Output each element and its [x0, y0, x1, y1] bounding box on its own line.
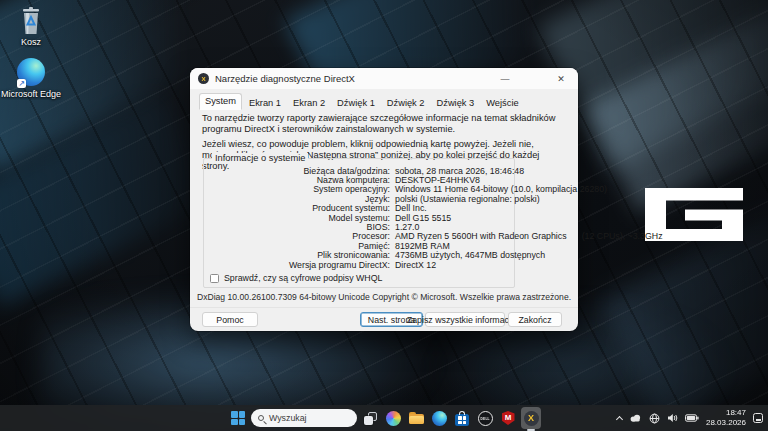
dell-button[interactable]: DELL [475, 407, 495, 429]
windows-logo-icon [231, 411, 245, 425]
system-info-rows: Bieżąca data/godzina:sobota, 28 marca 20… [204, 166, 514, 269]
search-input[interactable]: Wyszukaj [251, 409, 357, 427]
shortcut-arrow-icon: ↗ [17, 79, 26, 88]
edge-icon: ↗ [16, 58, 46, 88]
copilot-icon [386, 411, 401, 426]
microsoft-store-icon [455, 414, 469, 426]
info-row: Wersja programu DirectX:DirectX 12 [204, 260, 514, 269]
start-button[interactable] [228, 407, 248, 429]
tab-strip: System Ekran 1 Ekran 2 Dźwięk 1 Dźwięk 2… [199, 93, 524, 110]
taskbar-center: Wyszukaj DELL [228, 405, 541, 431]
intro-text-1: To narzędzie tworzy raporty zawierające … [202, 113, 568, 135]
tab-dzwiek-1[interactable]: Dźwięk 1 [332, 96, 380, 110]
info-row: Producent systemu:Dell Inc. [204, 204, 514, 213]
desktop-icon-edge[interactable]: ↗ Microsoft Edge [0, 58, 62, 100]
save-all-information-button[interactable]: Zapisz wszystkie informacje... [425, 312, 505, 327]
directx-app-icon: X [198, 73, 209, 84]
folder-icon [409, 412, 424, 424]
directx-app-icon: X [524, 411, 539, 426]
tab-system[interactable]: System [199, 93, 242, 110]
desktop-icon-label: Microsoft Edge [0, 90, 62, 100]
volume-icon[interactable] [667, 413, 678, 423]
checkbox-box[interactable] [210, 274, 219, 283]
clock[interactable]: 18:47 28.03.2026 [706, 408, 746, 427]
groupbox-title: Informacje o systemie [212, 153, 308, 163]
tab-dzwiek-3[interactable]: Dźwięk 3 [432, 96, 480, 110]
notification-center-icon[interactable] [753, 413, 763, 423]
dxdiag-taskbar-button[interactable]: X [521, 407, 541, 429]
dxdiag-version-line: DxDiag 10.00.26100.7309 64-bitowy Unicod… [190, 292, 578, 302]
desktop-icon-recycle-bin[interactable]: Kosz [0, 6, 62, 48]
desktop: Kosz ↗ Microsoft Edge X Narzędzie diagno… [0, 0, 768, 431]
task-view-button[interactable] [360, 407, 380, 429]
tray-time: 18:47 [706, 408, 746, 418]
tray-date: 28.03.2026 [706, 418, 746, 428]
search-icon [258, 415, 264, 421]
info-row: Nazwa komputera:DESKTOP-E4HHKV8 [204, 175, 514, 184]
tab-ekran-2[interactable]: Ekran 2 [288, 96, 330, 110]
checkbox-label: Sprawdź, czy są cyfrowe podpisy WHQL [224, 273, 382, 283]
onedrive-cloud-icon[interactable] [629, 413, 642, 423]
info-row: Pamięć:8192MB RAM [204, 241, 514, 250]
dialog-footer: Pomoc Nast. strona Zapisz wszystkie info… [190, 307, 578, 331]
battery-icon[interactable] [685, 414, 699, 422]
mcafee-shield-icon: M [502, 411, 515, 425]
system-info-groupbox: Informacje o systemie Bieżąca data/godzi… [203, 158, 515, 288]
dxdiag-window: X Narzędzie diagnostyczne DirectX — ✕ Sy… [190, 68, 578, 331]
window-title: Narzędzie diagnostyczne DirectX [215, 73, 490, 84]
task-view-icon [364, 412, 377, 425]
dell-icon: DELL [478, 411, 493, 426]
recycle-bin-icon [16, 6, 46, 36]
taskbar: Wyszukaj DELL [0, 405, 768, 431]
tray-chevron-up-icon[interactable] [616, 416, 623, 423]
network-globe-icon[interactable] [649, 413, 660, 424]
help-button[interactable]: Pomoc [202, 312, 258, 327]
info-row: Bieżąca data/godzina:sobota, 28 marca 20… [204, 166, 514, 175]
tab-wejscie[interactable]: Wejście [481, 96, 523, 110]
file-explorer-button[interactable] [406, 407, 426, 429]
info-row: Plik stronicowania:4736MB użytych, 4647M… [204, 251, 514, 260]
info-row: System operacyjny:Windows 11 Home 64-bit… [204, 185, 514, 194]
tab-dzwiek-2[interactable]: Dźwięk 2 [382, 96, 430, 110]
tab-ekran-1[interactable]: Ekran 1 [244, 96, 286, 110]
info-row: Język:polski (Ustawienia regionalne: pol… [204, 194, 514, 203]
whql-checkbox[interactable]: Sprawdź, czy są cyfrowe podpisy WHQL [210, 273, 382, 283]
desktop-icon-label: Kosz [0, 38, 62, 48]
microsoft-store-button[interactable] [452, 407, 472, 429]
window-titlebar[interactable]: X Narzędzie diagnostyczne DirectX — ✕ [190, 68, 578, 89]
edge-icon [432, 411, 447, 426]
system-tray: 18:47 28.03.2026 [617, 405, 763, 431]
info-row: BIOS:1.27.0 [204, 222, 514, 231]
edge-taskbar-button[interactable] [429, 407, 449, 429]
mcafee-button[interactable]: M [498, 407, 518, 429]
close-button[interactable]: ✕ [546, 68, 576, 89]
copilot-button[interactable] [383, 407, 403, 429]
info-row: Model systemu:Dell G15 5515 [204, 213, 514, 222]
search-placeholder: Wyszukaj [269, 413, 307, 423]
minimize-button[interactable]: — [490, 68, 520, 89]
info-row: Procesor:AMD Ryzen 5 5600H with Radeon G… [204, 232, 514, 241]
exit-button[interactable]: Zakończ [508, 312, 562, 327]
